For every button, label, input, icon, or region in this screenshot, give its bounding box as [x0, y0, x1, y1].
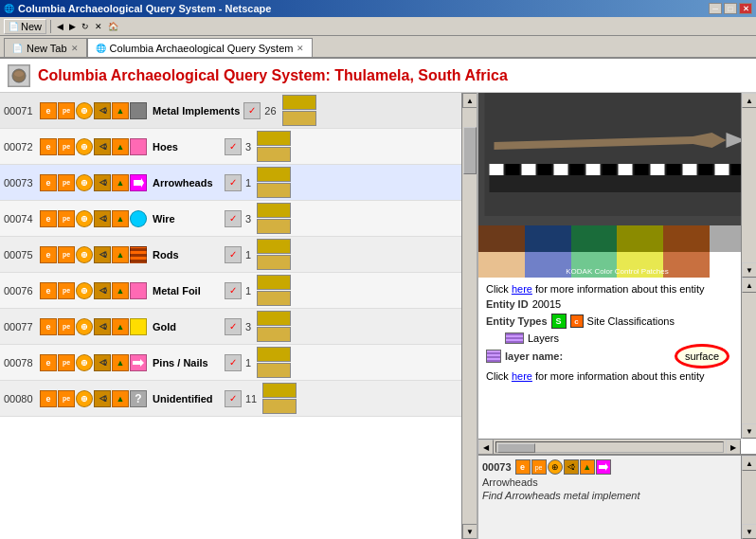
icon-e-71[interactable]: e	[40, 102, 57, 119]
info-scroll-up-button[interactable]: ▲	[742, 278, 756, 293]
tab-new-close[interactable]: ✕	[71, 44, 79, 53]
icon-color-74[interactable]	[130, 210, 147, 227]
new-button[interactable]: 📄 New	[4, 19, 46, 34]
icon-tree-76[interactable]: ▲	[112, 282, 129, 299]
icon-pe-74[interactable]: pe	[58, 210, 75, 227]
icon-pe-73[interactable]: pe	[58, 174, 75, 191]
page-header: Columbia Archaeological Query System: Th…	[0, 59, 756, 93]
tab-main-close[interactable]: ✕	[297, 44, 304, 53]
icon-circle-76[interactable]: ⊕	[76, 282, 93, 299]
scroll-thumb[interactable]	[463, 127, 477, 174]
icon-color-78[interactable]	[130, 354, 147, 371]
info-scroll-down-button[interactable]: ▼	[742, 423, 756, 439]
icon-color-77[interactable]	[130, 318, 147, 335]
icon-barrel-72[interactable]: ⏿	[94, 138, 111, 155]
icon-color-73[interactable]	[130, 174, 147, 191]
icon-pe-76[interactable]: pe	[58, 282, 75, 299]
minimize-button[interactable]: ─	[709, 3, 722, 14]
scroll-down-button[interactable]: ▼	[462, 524, 477, 539]
icon-circle-71[interactable]: ⊕	[76, 102, 93, 119]
icon-tree-73[interactable]: ▲	[112, 174, 129, 191]
icon-pe-80[interactable]: pe	[58, 390, 75, 407]
icon-pe-77[interactable]: pe	[58, 318, 75, 335]
bottom-scroll-track	[742, 471, 756, 524]
swatch-7	[478, 252, 525, 278]
icon-barrel-77[interactable]: ⏿	[94, 318, 111, 335]
layer-icon	[486, 350, 501, 363]
icon-tree-72[interactable]: ▲	[112, 138, 129, 155]
icon-barrel-71[interactable]: ⏿	[94, 102, 111, 119]
hscroll-thumb[interactable]	[497, 443, 535, 453]
icon-color-75[interactable]	[130, 246, 147, 263]
row-check-72[interactable]: ✓	[225, 138, 242, 155]
icon-color-76[interactable]	[130, 282, 147, 299]
home-button[interactable]: 🏠	[106, 20, 120, 33]
icon-tree-71[interactable]: ▲	[112, 102, 129, 119]
hscroll-left-button[interactable]: ◀	[478, 440, 494, 454]
row-id-77: 00077	[0, 319, 38, 334]
stop-button[interactable]: ✕	[93, 20, 104, 33]
close-button[interactable]: ✕	[739, 3, 752, 14]
icon-pe-78[interactable]: pe	[58, 354, 75, 371]
row-label-75: Rods	[149, 249, 225, 261]
icon-circle-77[interactable]: ⊕	[76, 318, 93, 335]
bottom-scroll-down-button[interactable]: ▼	[742, 524, 756, 539]
icon-e-74[interactable]: e	[40, 210, 57, 227]
row-label-71: Metal Implements	[149, 105, 243, 117]
icon-tree-74[interactable]: ▲	[112, 210, 129, 227]
row-check-74[interactable]: ✓	[225, 210, 242, 227]
icon-circle-80[interactable]: ⊕	[76, 390, 93, 407]
scroll-up-right-button[interactable]: ▲	[742, 93, 756, 108]
row-check-78[interactable]: ✓	[225, 354, 242, 371]
row-check-73[interactable]: ✓	[225, 174, 242, 191]
back-button[interactable]: ◀	[55, 20, 65, 33]
icon-circle-74[interactable]: ⊕	[76, 210, 93, 227]
icon-color-80[interactable]: ?	[130, 390, 147, 407]
info-here-link-1[interactable]: here	[512, 283, 532, 295]
icon-circle-78[interactable]: ⊕	[76, 354, 93, 371]
icon-pe-71[interactable]: pe	[58, 102, 75, 119]
icon-tree-77[interactable]: ▲	[112, 318, 129, 335]
reload-button[interactable]: ↻	[80, 20, 91, 33]
icon-circle-73[interactable]: ⊕	[76, 174, 93, 191]
icon-e-77[interactable]: e	[40, 318, 57, 335]
scroll-up-button[interactable]: ▲	[462, 93, 477, 108]
icon-circle-72[interactable]: ⊕	[76, 138, 93, 155]
tab-main[interactable]: 🌐 Columbia Archaeological Query System ✕	[87, 38, 314, 57]
icon-e-78[interactable]: e	[40, 354, 57, 371]
hscroll-right-button[interactable]: ▶	[726, 440, 741, 454]
icon-circle-75[interactable]: ⊕	[76, 246, 93, 263]
icon-e-73[interactable]: e	[40, 174, 57, 191]
svg-rect-15	[586, 164, 601, 175]
icon-barrel-73[interactable]: ⏿	[94, 174, 111, 191]
row-check-71[interactable]: ✓	[243, 102, 261, 119]
icon-barrel-75[interactable]: ⏿	[94, 246, 111, 263]
info-click-line: Click here for more information about th…	[486, 283, 748, 295]
icon-pe-75[interactable]: pe	[58, 246, 75, 263]
icon-tree-80[interactable]: ▲	[112, 390, 129, 407]
icon-e-76[interactable]: e	[40, 282, 57, 299]
maximize-button[interactable]: □	[724, 3, 737, 14]
icon-tree-78[interactable]: ▲	[112, 354, 129, 371]
icon-e-72[interactable]: e	[40, 138, 57, 155]
icon-tree-75[interactable]: ▲	[112, 246, 129, 263]
row-check-80[interactable]: ✓	[225, 390, 242, 407]
forward-button[interactable]: ▶	[67, 20, 78, 33]
row-check-76[interactable]: ✓	[225, 282, 242, 299]
icon-barrel-78[interactable]: ⏿	[94, 354, 111, 371]
row-check-75[interactable]: ✓	[225, 246, 242, 263]
bottom-scroll-up-button[interactable]: ▲	[742, 456, 756, 471]
tab-new[interactable]: 📄 New Tab ✕	[4, 38, 87, 57]
tab-new-label: New Tab	[27, 43, 67, 54]
icon-pe-72[interactable]: pe	[58, 138, 75, 155]
scroll-down-right-button[interactable]: ▼	[742, 262, 756, 278]
info-here-link-2[interactable]: here	[512, 370, 532, 382]
icon-barrel-80[interactable]: ⏿	[94, 390, 111, 407]
icon-e-80[interactable]: e	[40, 390, 57, 407]
icon-barrel-74[interactable]: ⏿	[94, 210, 111, 227]
icon-e-75[interactable]: e	[40, 246, 57, 263]
icon-color-71[interactable]	[130, 102, 147, 119]
icon-barrel-76[interactable]: ⏿	[94, 282, 111, 299]
row-check-77[interactable]: ✓	[225, 318, 242, 335]
icon-color-72[interactable]	[130, 138, 147, 155]
